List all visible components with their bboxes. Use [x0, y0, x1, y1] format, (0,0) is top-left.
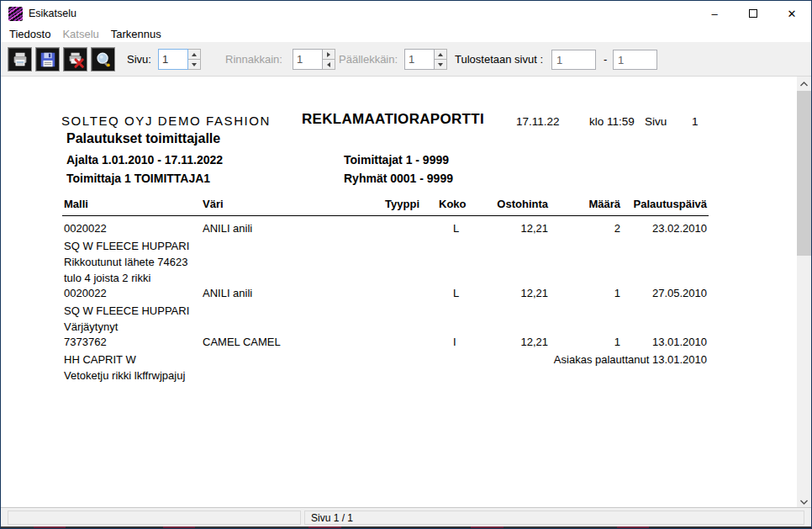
- chevron-down-icon: [800, 500, 808, 505]
- page-spinner: [158, 49, 201, 70]
- cell-koko: I: [453, 336, 456, 348]
- paallekkain-label: Päällekkäin:: [339, 53, 398, 66]
- print-button[interactable]: [8, 47, 32, 71]
- cell-ostohinta: 12,21: [520, 222, 548, 235]
- range-to-field[interactable]: [613, 50, 657, 70]
- minimize-button[interactable]: –: [695, 1, 734, 26]
- row-detail-line: SQ W FLEECE HUPPARI: [64, 304, 189, 317]
- maximize-button[interactable]: [734, 1, 772, 26]
- up-arrow-icon: [438, 53, 443, 56]
- report: SOLTEQ OYJ DEMO FASHION REKLAMAATIORAPOR…: [1, 77, 797, 509]
- paallekkain-down-button[interactable]: [435, 60, 447, 70]
- cell-ostohinta: 12,21: [520, 336, 548, 348]
- page-down-button[interactable]: [188, 60, 201, 70]
- cell-koko: L: [453, 287, 459, 299]
- cell-palautuspaiva: 23.02.2010: [652, 222, 707, 235]
- rinnakkain-input[interactable]: [293, 49, 323, 70]
- rinnakkain-label: Rinnakkain:: [225, 53, 282, 66]
- cell-maara: 1: [614, 336, 620, 348]
- down-arrow-icon: [438, 63, 443, 66]
- preview-window: Esikatselu – ✕ Tiedosto Katselu Tarkennu…: [0, 0, 812, 529]
- cell-maara: 2: [614, 222, 620, 235]
- maximize-icon: [749, 9, 757, 18]
- column-header-ostohinta: Ostohinta: [497, 198, 548, 210]
- cell-vari: ANILI anili: [203, 222, 252, 235]
- report-page-number: 1: [692, 115, 699, 128]
- rinnakkain-left-button[interactable]: [323, 60, 335, 70]
- report-date: 17.11.22: [516, 115, 560, 128]
- app-icon: [8, 7, 23, 21]
- window-title: Esikatselu: [29, 8, 76, 19]
- title-bar: Esikatselu – ✕: [1, 1, 811, 26]
- cell-vari: ANILI anili: [203, 287, 252, 299]
- cell-vari: CAMEL CAMEL: [203, 336, 281, 348]
- cell-palautuspaiva: 27.05.2010: [652, 287, 707, 299]
- tulostetaan-label: Tulostetaan sivut :: [455, 53, 543, 66]
- up-arrow-icon: [192, 53, 197, 56]
- row-detail-line: Vetoketju rikki lkffrwjpajuj: [64, 369, 185, 382]
- menu-tiedosto[interactable]: Tiedosto: [3, 28, 56, 40]
- menu-tarkennus[interactable]: Tarkennus: [105, 28, 167, 40]
- floppy-disk-icon: [39, 50, 57, 69]
- chevron-up-icon: [800, 82, 808, 87]
- column-header-maara: Määrä: [588, 198, 620, 210]
- cell-malli: 0020022: [64, 222, 107, 235]
- range-from-field[interactable]: [551, 50, 596, 70]
- paallekkain-up-button[interactable]: [435, 49, 447, 60]
- status-page-info: Sivu 1 / 1: [304, 510, 804, 525]
- column-header-palautuspaiva: Palautuspäivä: [634, 198, 707, 210]
- cell-malli: 7373762: [64, 336, 107, 348]
- scrollbar-thumb[interactable]: [797, 91, 811, 256]
- save-button[interactable]: [35, 47, 60, 71]
- cell-ostohinta: 12,21: [520, 287, 548, 299]
- window-controls: – ✕: [695, 1, 811, 26]
- report-period: Ajalta 1.01.2010 - 17.11.2022: [66, 153, 223, 167]
- rinnakkain-right-button[interactable]: [323, 49, 335, 60]
- magnifier-icon: [94, 50, 113, 69]
- range-separator: -: [604, 53, 607, 66]
- menu-bar: Tiedosto Katselu Tarkennus: [1, 26, 811, 42]
- report-suppliers-range: Toimittajat 1 - 9999: [344, 153, 449, 167]
- cell-maara: 1: [614, 287, 620, 299]
- row-detail-line: HH CAPRIT W: [64, 353, 136, 366]
- right-arrow-icon: [327, 52, 330, 57]
- status-bar: Sivu 1 / 1: [1, 507, 811, 526]
- row-detail-line: tulo 4 joista 2 rikki: [64, 272, 150, 284]
- row-detail-line: SQ W FLEECE HUPPARI: [64, 240, 189, 252]
- report-company: SOLTEQ OYJ DEMO FASHION: [61, 114, 271, 128]
- down-arrow-icon: [192, 63, 197, 66]
- printer-cancel-icon: [66, 50, 85, 69]
- paallekkain-input[interactable]: [404, 49, 435, 70]
- cell-koko: L: [453, 222, 459, 235]
- row-note: Asiakas palauttanut 13.01.2010: [554, 353, 707, 366]
- report-title: REKLAMAATIORAPORTTI: [302, 111, 484, 128]
- page-up-button[interactable]: [188, 49, 201, 60]
- column-header-vari: Väri: [203, 198, 224, 210]
- column-header-malli: Malli: [64, 198, 88, 210]
- report-groups-range: Ryhmät 0001 - 9999: [344, 172, 453, 185]
- sivu-label: Sivu:: [127, 53, 151, 66]
- menu-katselu[interactable]: Katselu: [56, 28, 104, 40]
- row-detail-line: Värjäytynyt: [64, 320, 118, 333]
- page-input[interactable]: [158, 49, 188, 70]
- report-supplier: Toimittaja 1 TOIMITTAJA1: [66, 172, 210, 185]
- zoom-button[interactable]: [91, 47, 115, 71]
- desktop-edge-strip: [1, 526, 811, 528]
- report-time: klo 11:59: [589, 115, 635, 128]
- toolbar: Sivu: Rinnakkain: Päällekkäin: Tuloste: [1, 42, 811, 77]
- vertical-scrollbar[interactable]: [797, 77, 811, 509]
- cancel-print-button[interactable]: [63, 47, 87, 71]
- close-button[interactable]: ✕: [772, 1, 811, 26]
- cell-malli: 0020022: [64, 287, 107, 299]
- status-panel-empty: [8, 510, 301, 525]
- row-detail-line: Rikkoutunut lähete 74623: [64, 256, 187, 268]
- column-header-koko: Koko: [439, 198, 467, 210]
- left-arrow-icon: [327, 62, 330, 67]
- column-header-tyyppi: Tyyppi: [385, 198, 419, 210]
- rinnakkain-spinner: [293, 49, 335, 70]
- cell-palautuspaiva: 13.01.2010: [652, 336, 707, 348]
- report-page-label: Sivu: [645, 115, 667, 128]
- scroll-up-button[interactable]: [797, 77, 811, 91]
- preview-page: SOLTEQ OYJ DEMO FASHION REKLAMAATIORAPOR…: [1, 77, 797, 509]
- header-rule: [62, 215, 709, 216]
